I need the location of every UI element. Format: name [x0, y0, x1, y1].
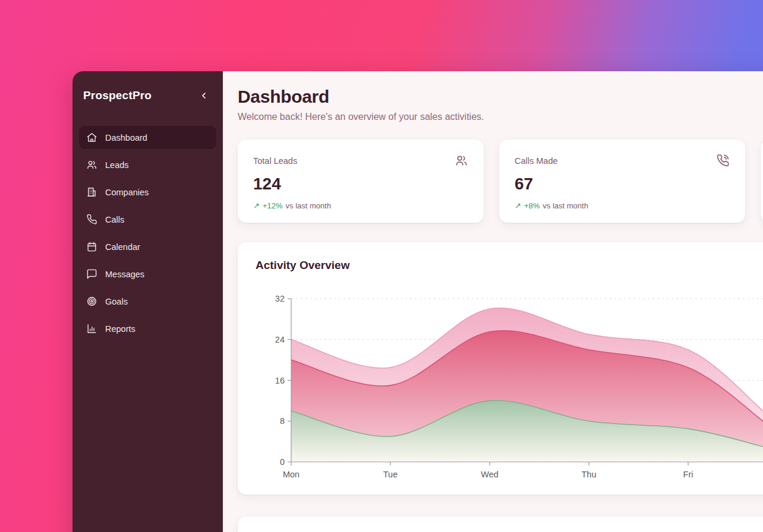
sidebar-item-label: Companies: [105, 188, 149, 197]
stat-trend: ↗+12%vs last month: [253, 201, 468, 210]
home-icon: [86, 132, 97, 143]
trend-suffix: vs last month: [286, 201, 332, 210]
sidebar-item-goals[interactable]: Goals: [79, 290, 216, 313]
stat-value: 67: [515, 175, 730, 194]
activity-area-chart: 08162432MonTueWedThuFri: [238, 279, 763, 481]
sidebar-item-label: Leads: [105, 160, 129, 170]
stat-card-calls-made: Calls Made67↗+8%vs last month: [499, 140, 745, 223]
sidebar-item-label: Calendar: [105, 242, 140, 252]
svg-text:Fri: Fri: [683, 470, 693, 479]
sidebar-item-label: Reports: [105, 324, 135, 334]
sidebar-item-label: Goals: [105, 297, 128, 306]
stat-card-total-leads: Total Leads124↗+12%vs last month: [238, 140, 484, 223]
chart-title: Activity Overview: [256, 259, 763, 272]
building-icon: [86, 186, 97, 198]
phone-call-icon: [716, 154, 730, 170]
svg-text:Wed: Wed: [481, 470, 499, 479]
trend-suffix: vs last month: [543, 201, 588, 210]
stat-trend: ↗+8%vs last month: [515, 201, 730, 210]
svg-text:24: 24: [275, 335, 285, 344]
sidebar: ProspectPro DashboardLeadsCompaniesCalls…: [72, 71, 223, 532]
stat-label: Total Leads: [253, 154, 297, 166]
sidebar-item-leads[interactable]: Leads: [79, 153, 216, 176]
chevron-left-icon: [199, 91, 209, 100]
sidebar-item-label: Calls: [105, 215, 124, 224]
sidebar-item-calendar[interactable]: Calendar: [79, 235, 216, 258]
activity-overview-card: Activity Overview 08162432MonTueWedThuFr…: [238, 242, 763, 495]
target-icon: [86, 296, 97, 307]
stat-card-partial: [761, 140, 763, 223]
sidebar-item-calls[interactable]: Calls: [79, 208, 216, 231]
message-icon: [86, 268, 97, 280]
svg-text:Tue: Tue: [383, 470, 398, 479]
sidebar-item-companies[interactable]: Companies: [79, 180, 216, 204]
stat-label: Calls Made: [515, 154, 558, 166]
sidebar-item-reports[interactable]: Reports: [79, 317, 216, 340]
users-icon: [86, 159, 97, 170]
trend-percent: +8%: [524, 201, 540, 210]
sidebar-item-dashboard[interactable]: Dashboard: [79, 126, 216, 149]
trend-up-icon: ↗: [253, 201, 260, 210]
trend-up-icon: ↗: [515, 201, 521, 210]
svg-text:16: 16: [275, 376, 285, 385]
phone-icon: [86, 214, 97, 225]
partial-card-below: [238, 517, 763, 532]
brand-logo: ProspectPro: [83, 89, 152, 102]
svg-text:Mon: Mon: [283, 470, 299, 479]
brand-row: ProspectPro: [79, 84, 216, 107]
svg-text:8: 8: [280, 416, 285, 426]
users-icon: [455, 154, 468, 170]
svg-text:Thu: Thu: [582, 470, 597, 479]
calendar-icon: [86, 241, 97, 252]
main-content: Dashboard Welcome back! Here's an overvi…: [223, 71, 763, 532]
page-subtitle: Welcome back! Here's an overview of your…: [238, 112, 763, 122]
trend-percent: +12%: [263, 201, 283, 210]
sidebar-item-label: Messages: [105, 270, 144, 279]
app-window: ProspectPro DashboardLeadsCompaniesCalls…: [72, 71, 763, 532]
page-title: Dashboard: [238, 87, 763, 107]
stat-value: 124: [253, 175, 468, 194]
bar-chart-icon: [86, 323, 97, 334]
sidebar-item-label: Dashboard: [105, 133, 147, 142]
sidebar-item-messages[interactable]: Messages: [79, 262, 216, 286]
svg-text:32: 32: [275, 294, 285, 303]
sidebar-nav: DashboardLeadsCompaniesCallsCalendarMess…: [79, 126, 216, 340]
stats-row: Total Leads124↗+12%vs last monthCalls Ma…: [238, 140, 763, 223]
sidebar-collapse-button[interactable]: [196, 88, 212, 103]
svg-text:0: 0: [280, 457, 285, 467]
